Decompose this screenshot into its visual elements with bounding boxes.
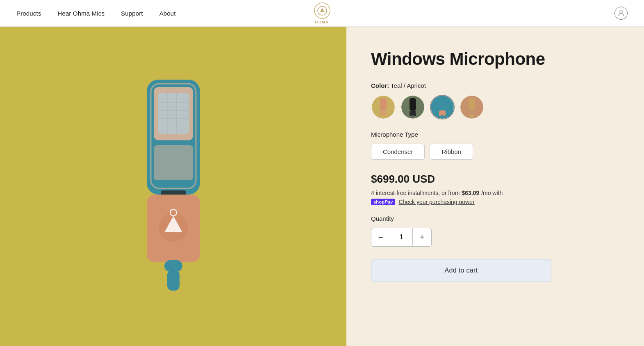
price-section: $699.00 USD 4 interest-free installments… <box>371 173 619 205</box>
ohma-logo-icon <box>314 2 331 19</box>
color-swatches <box>371 95 619 119</box>
nav-link-products[interactable]: Products <box>16 10 41 17</box>
color-label: Color: Teal / Apricot <box>371 82 619 89</box>
product-detail-panel: Windows Microphone Color: Teal / Apricot <box>346 27 644 346</box>
quantity-value: 1 <box>390 228 413 247</box>
color-swatch-black-green[interactable] <box>401 95 425 119</box>
product-title: Windows Microphone <box>371 49 619 69</box>
color-section: Color: Teal / Apricot <box>371 82 619 119</box>
svg-rect-22 <box>380 110 387 116</box>
nav-user-area <box>614 7 628 20</box>
svg-rect-29 <box>441 115 444 117</box>
nav-links: Products Hear Ohma Mics Support About <box>16 10 176 17</box>
color-swatch-teal-apricot[interactable] <box>430 95 455 119</box>
quantity-label: Quantity <box>371 215 619 222</box>
add-to-cart-button[interactable]: Add to cart <box>371 259 551 282</box>
product-image-panel <box>0 27 346 346</box>
quantity-controls: − 1 + <box>371 228 619 247</box>
quantity-increase-button[interactable]: + <box>413 228 432 247</box>
svg-rect-30 <box>469 98 475 110</box>
mic-type-label: Microphone Type <box>371 131 619 138</box>
mic-type-section: Microphone Type Condenser Ribbon <box>371 131 619 160</box>
nav-logo[interactable]: OHMA <box>314 2 331 24</box>
product-image <box>0 27 346 346</box>
price-amount: $699.00 USD <box>371 173 619 186</box>
svg-rect-21 <box>380 98 387 110</box>
svg-point-3 <box>620 11 622 13</box>
ohma-logo-text: OHMA <box>315 20 329 24</box>
quantity-decrease-button[interactable]: − <box>371 228 390 247</box>
nav-link-hear-ohma[interactable]: Hear Ohma Mics <box>57 10 105 17</box>
swatch-mic-icon <box>408 97 417 117</box>
condenser-button[interactable]: Condenser <box>371 144 425 160</box>
color-swatch-gold-apricot[interactable] <box>371 95 396 119</box>
swatch-mic-icon <box>379 97 388 117</box>
navigation: Products Hear Ohma Mics Support About OH… <box>0 0 644 27</box>
user-icon <box>617 9 625 17</box>
user-account-button[interactable] <box>614 7 628 20</box>
shop-pay-badge: shopPay <box>371 199 395 205</box>
ribbon-button[interactable]: Ribbon <box>430 144 473 160</box>
shop-pay-row: shopPay Check your purchasing power <box>371 199 619 205</box>
svg-rect-27 <box>439 98 446 110</box>
svg-rect-23 <box>382 115 385 117</box>
svg-rect-19 <box>164 260 182 272</box>
svg-rect-26 <box>411 115 414 117</box>
swatch-mic-icon <box>467 97 476 117</box>
mic-type-buttons: Condenser Ribbon <box>371 144 619 160</box>
svg-rect-6 <box>158 93 189 134</box>
main-content: Windows Microphone Color: Teal / Apricot <box>0 27 644 346</box>
installment-amount: $63.09 <box>462 190 479 196</box>
installment-text: 4 interest-free installments, or from $6… <box>371 190 619 196</box>
svg-rect-32 <box>470 115 473 117</box>
quantity-section: Quantity − 1 + <box>371 215 619 247</box>
svg-rect-31 <box>469 110 475 116</box>
color-swatch-apricot-gold[interactable] <box>460 95 484 119</box>
nav-link-support[interactable]: Support <box>121 10 143 17</box>
svg-rect-28 <box>439 110 446 116</box>
svg-marker-2 <box>320 8 324 12</box>
microphone-illustration <box>120 67 227 305</box>
check-purchasing-power-link[interactable]: Check your purchasing power <box>398 199 474 205</box>
svg-rect-25 <box>410 110 416 116</box>
svg-rect-24 <box>410 98 416 110</box>
svg-rect-20 <box>167 270 180 291</box>
svg-rect-13 <box>154 145 193 180</box>
nav-link-about[interactable]: About <box>159 10 176 17</box>
swatch-mic-icon <box>438 97 447 117</box>
